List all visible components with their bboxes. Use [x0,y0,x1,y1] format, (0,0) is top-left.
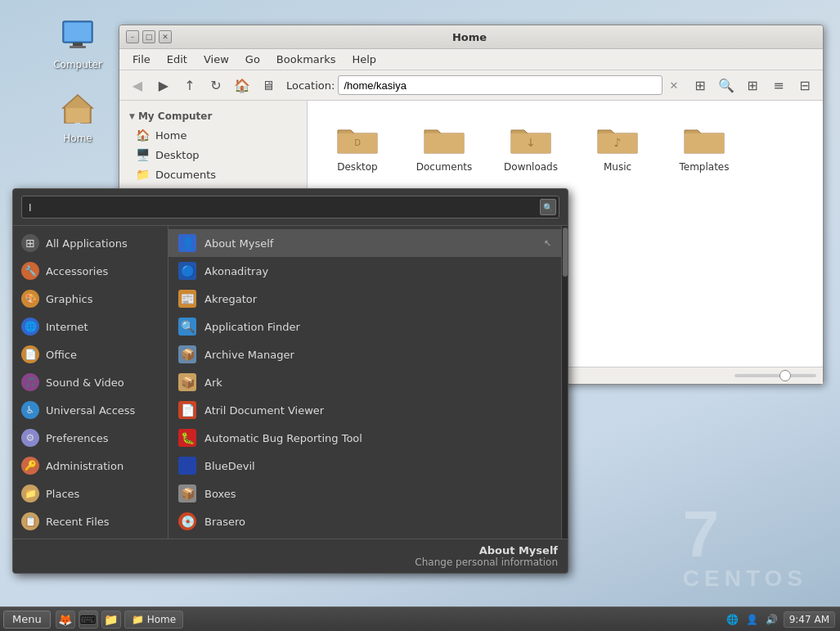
cat-places[interactable]: 📁 Places [13,480,168,507]
folder-icon-templates [681,119,727,158]
app-about-myself[interactable]: 👤 About Myself ↖ [168,229,561,257]
administration-icon: 🔑 [21,457,39,475]
menu-go[interactable]: Go [239,52,267,67]
preferences-icon: ⚙️ [21,429,39,447]
taskbar-clock[interactable]: 9:47 AM [784,611,835,628]
taskbar-home-window[interactable]: 📁 Home [124,611,183,629]
office-icon: 📄 [21,345,39,363]
up-btn[interactable]: ↑ [178,74,201,97]
window-minimize-btn[interactable]: – [126,30,139,43]
file-item-documents[interactable]: Documents [407,114,481,178]
view-list-btn[interactable]: ≡ [767,74,790,97]
file-item-music[interactable]: ♪ Music [581,114,654,178]
taskbar-window-label: Home [147,614,176,625]
brasero-icon: 💿 [178,512,196,530]
cat-accessories[interactable]: 🔧 Accessories [13,257,168,285]
menu-view[interactable]: View [197,52,236,67]
search-submit-btn[interactable]: 🔍 [540,199,556,215]
taskbar-right: 🌐 👤 🔊 9:47 AM [725,611,840,628]
app-ark[interactable]: 📦 Ark [168,368,561,396]
about-myself-icon: 👤 [178,234,196,252]
menu-bookmarks[interactable]: Bookmarks [270,52,343,67]
app-abrt[interactable]: 🐛 Automatic Bug Reporting Tool [168,424,561,452]
cat-preferences[interactable]: ⚙️ Preferences [13,424,168,452]
cat-universal-access[interactable]: ♿ Universal Access [13,396,168,424]
app-search-input[interactable] [21,196,559,219]
cat-sound-video[interactable]: 🎵 Sound & Video [13,368,168,396]
cat-office[interactable]: 📄 Office [13,340,168,368]
search-wrap: 🔍 [21,196,559,219]
app-menu-footer: About Myself Change personal information [13,539,568,573]
file-item-desktop[interactable]: D Desktop [321,114,394,178]
scrollbar-thumb[interactable] [563,228,568,277]
zoom-track[interactable] [734,374,816,377]
app-atril[interactable]: 📄 Atril Document Viewer [168,396,561,424]
taskbar-terminal-btn[interactable]: ⌨️ [79,611,98,629]
file-label-templates: Templates [679,161,729,173]
taskbar-folder-btn[interactable]: 📁 [101,611,121,629]
zoom-thumb[interactable] [779,370,791,381]
window-close-btn[interactable]: ✕ [159,30,172,43]
location-input[interactable] [338,75,663,95]
view-compact-btn[interactable]: ⊟ [793,74,816,97]
app-brasero[interactable]: 💿 Brasero [168,507,561,535]
centos-number: 7 [683,498,720,570]
svg-rect-2 [73,43,83,46]
location-clear-btn[interactable]: ✕ [666,77,682,93]
file-label-documents: Documents [416,161,472,173]
computer-icon [58,16,97,56]
taskbar: Menu 🦊 ⌨️ 📁 📁 Home 🌐 👤 🔊 9:47 AM [0,606,840,631]
folder-icon-downloads: ↓ [508,119,554,158]
search-btn-toolbar[interactable]: 🔍 [715,74,738,97]
centos-watermark: 7 CENTOS [683,502,807,590]
app-boxes[interactable]: 📦 Boxes [168,480,561,507]
footer-app-desc: Change personal information [23,557,558,568]
accessories-icon: 🔧 [21,262,39,280]
sidebar-section-my-computer[interactable]: My Computer [119,107,307,125]
sidebar-item-desktop[interactable]: 🖥️ Desktop [119,145,307,165]
zoom-slider [734,374,816,377]
cat-graphics[interactable]: 🎨 Graphics [13,285,168,313]
app-bluedevil[interactable]: BlueDevil [168,452,561,480]
cat-internet[interactable]: 🌐 Internet [13,313,168,340]
svg-text:↓: ↓ [526,136,536,149]
app-archive-manager[interactable]: 📦 Archive Manager [168,340,561,368]
back-btn[interactable]: ◀ [126,74,149,97]
menu-edit[interactable]: Edit [160,52,194,67]
view-icons-btn[interactable]: ⊞ [741,74,764,97]
apps-scrollbar [561,226,568,539]
taskbar-menu-btn[interactable]: Menu [3,611,51,629]
taskbar-network-icon[interactable]: 🌐 [725,611,741,628]
sidebar-item-documents[interactable]: 📁 Documents [119,165,307,184]
taskbar-firefox-btn[interactable]: 🦊 [56,611,75,629]
new-tab-btn[interactable]: ⊞ [689,74,712,97]
app-akonaditray[interactable]: 🔵 Akonaditray [168,257,561,285]
reload-btn[interactable]: ↻ [204,74,227,97]
taskbar-volume-icon[interactable]: 🔊 [764,611,780,628]
abrt-icon: 🐛 [178,429,196,447]
menu-file[interactable]: File [126,52,157,67]
file-item-templates[interactable]: Templates [667,114,741,178]
app-application-finder[interactable]: 🔍 Application Finder [168,313,561,340]
cat-recent-files[interactable]: 📋 Recent Files [13,507,168,535]
computer-btn[interactable]: 🖥 [257,74,280,97]
cat-all-applications[interactable]: ⊞ All Applications [13,229,168,257]
cat-administration[interactable]: 🔑 Administration [13,452,168,480]
file-label-desktop: Desktop [337,161,378,173]
app-akregator[interactable]: 📰 Akregator [168,285,561,313]
taskbar-user-icon[interactable]: 👤 [744,611,761,628]
forward-btn[interactable]: ▶ [152,74,175,97]
app-finder-icon: 🔍 [178,318,196,336]
svg-rect-8 [424,133,464,153]
home-btn[interactable]: 🏠 [231,74,254,97]
window-title: Home [172,31,767,43]
desktop-icon-home[interactable]: Home [45,90,110,144]
app-menu-search-area: 🔍 [13,189,568,226]
file-item-downloads[interactable]: ↓ Downloads [494,114,568,178]
sidebar-item-home[interactable]: 🏠 Home [119,125,307,145]
svg-rect-13 [685,133,724,153]
menu-help[interactable]: Help [345,52,383,67]
bluedevil-icon [178,457,196,475]
desktop-icon-computer[interactable]: Computer [45,16,110,70]
window-maximize-btn[interactable]: □ [142,30,155,43]
